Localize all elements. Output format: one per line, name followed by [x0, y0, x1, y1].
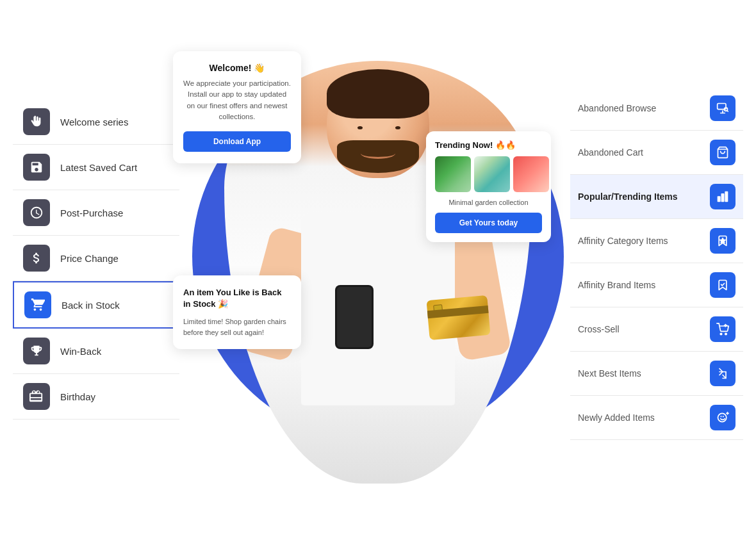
- bar-chart-icon-box: [710, 184, 735, 209]
- right-item-popular-trending[interactable]: Popular/Trending Items: [570, 175, 743, 219]
- right-label-next-best: Next Best Items: [578, 368, 641, 379]
- clock-icon: [23, 199, 50, 226]
- get-yours-button[interactable]: Get Yours today: [435, 213, 542, 233]
- back-card-desc: Limited time! Shop garden chairs before …: [183, 316, 291, 338]
- bookmark-star-icon-box: [710, 228, 735, 254]
- right-sidebar: Abandoned Browse Abandoned Cart Popular/…: [570, 86, 743, 440]
- back-card-title: An item You Like is Back in Stock 🎉: [183, 287, 291, 310]
- credit-card: [426, 295, 490, 340]
- cart-arrows-icon-box: [710, 316, 735, 342]
- sidebar-item-birthday[interactable]: Birthday: [13, 374, 179, 420]
- download-app-button[interactable]: Donload App: [183, 131, 291, 152]
- arrow-branch-icon-box: [710, 361, 735, 386]
- collection-label: Minimal garden collection: [435, 199, 542, 206]
- sidebar-item-latest-saved-cart[interactable]: Latest Saved Cart: [13, 145, 179, 190]
- svg-rect-6: [718, 197, 720, 202]
- back-in-stock-popup-card: An item You Like is Back in Stock 🎉 Limi…: [173, 275, 301, 349]
- right-item-abandoned-browse[interactable]: Abandoned Browse: [570, 86, 743, 131]
- welcome-card-desc: We appreciate your participation. Instal…: [183, 78, 291, 122]
- hair: [327, 69, 429, 118]
- sidebar-label-welcome: Welcome series: [60, 117, 128, 127]
- right-item-abandoned-cart[interactable]: Abandoned Cart: [570, 131, 743, 175]
- cart-icon-box: [710, 140, 735, 165]
- right-label-cross-sell: Cross-Sell: [578, 324, 620, 334]
- sidebar-label-latest: Latest Saved Cart: [60, 162, 137, 173]
- sidebar-item-post-purchase[interactable]: Post-Purchase: [13, 190, 179, 236]
- welcome-popup-card: Welcome! 👋 We appreciate your participat…: [173, 51, 301, 163]
- trending-img-2: [474, 156, 510, 192]
- right-item-newly-added[interactable]: Newly Added Items: [570, 396, 743, 440]
- sidebar-label-price: Price Change: [60, 253, 119, 264]
- right-label-newly-added: Newly Added Items: [578, 412, 655, 423]
- right-label-affinity-cat: Affinity Category Items: [578, 236, 668, 246]
- svg-line-4: [727, 111, 728, 111]
- smiley-add-icon-box: [710, 405, 735, 430]
- svg-marker-9: [720, 238, 725, 243]
- right-label-abandoned-browse: Abandoned Browse: [578, 103, 656, 113]
- save-cart-icon: [23, 154, 50, 181]
- svg-point-11: [725, 333, 727, 335]
- right-item-cross-sell[interactable]: Cross-Sell: [570, 307, 743, 352]
- phone: [335, 285, 374, 349]
- trending-img-1: [435, 156, 471, 192]
- medal-icon: [23, 338, 50, 364]
- right-item-affinity-brand[interactable]: Affinity Brand Items: [570, 263, 743, 307]
- dollar-icon: [23, 245, 50, 272]
- gift-icon: [23, 383, 50, 410]
- sidebar-item-back-in-stock[interactable]: Back in Stock: [13, 281, 179, 329]
- phone-screen: [337, 287, 372, 347]
- sidebar-item-welcome-series[interactable]: Welcome series: [13, 99, 179, 145]
- eye-right: [395, 126, 400, 129]
- sidebar-item-win-back[interactable]: Win-Back: [13, 329, 179, 374]
- left-sidebar: Welcome series Latest Saved Cart Post-Pu…: [13, 99, 179, 420]
- head: [327, 69, 429, 178]
- svg-rect-7: [721, 194, 723, 202]
- bookmark-check-icon-box: [710, 272, 735, 298]
- welcome-card-title: Welcome! 👋: [183, 63, 291, 73]
- right-label-popular: Popular/Trending Items: [578, 192, 678, 202]
- monitor-search-icon-box: [710, 95, 735, 121]
- cart-back-icon: [24, 291, 51, 318]
- sidebar-label-back: Back in Stock: [62, 300, 120, 311]
- trending-heading: Trending Now! 🔥🔥: [435, 140, 542, 150]
- eye-left: [357, 126, 363, 129]
- svg-point-10: [720, 333, 722, 335]
- svg-rect-8: [725, 192, 727, 202]
- sidebar-label-winback: Win-Back: [60, 346, 101, 357]
- hand-wave-icon: [23, 108, 50, 135]
- sidebar-item-price-change[interactable]: Price Change: [13, 236, 179, 281]
- right-item-next-best[interactable]: Next Best Items: [570, 352, 743, 396]
- sidebar-label-birthday: Birthday: [60, 391, 95, 402]
- right-item-affinity-category[interactable]: Affinity Category Items: [570, 219, 743, 263]
- trending-images: [435, 156, 542, 192]
- right-label-abandoned-cart: Abandoned Cart: [578, 147, 643, 158]
- trending-img-3: [513, 156, 549, 192]
- svg-point-14: [718, 413, 727, 421]
- right-label-affinity-brand: Affinity Brand Items: [578, 280, 655, 290]
- sidebar-label-post: Post-Purchase: [60, 208, 123, 218]
- trending-popup-card: Trending Now! 🔥🔥 Minimal garden collecti…: [426, 131, 551, 242]
